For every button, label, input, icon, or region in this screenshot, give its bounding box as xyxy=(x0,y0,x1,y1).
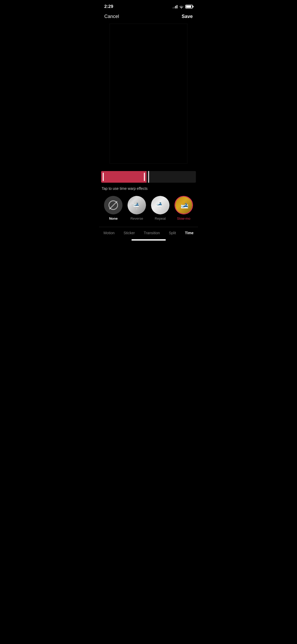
effects-row: None 🎿 Reverse 🎿 Repeat xyxy=(99,196,198,227)
effect-slowmo-thumb: 🎿 xyxy=(175,196,192,214)
tab-time[interactable]: Time xyxy=(183,230,196,236)
tab-split[interactable]: Split xyxy=(167,230,178,236)
effect-reverse-thumb: 🎿 xyxy=(128,196,146,214)
bottom-tabs: Motion Sticker Transition Split Time xyxy=(99,227,198,237)
timeline-clip-black xyxy=(147,171,196,183)
battery-icon xyxy=(185,5,193,8)
home-indicator xyxy=(99,237,198,242)
effect-none-circle xyxy=(104,196,122,214)
skier-icon-slowmo: 🎿 xyxy=(181,201,188,209)
timeline-playhead xyxy=(148,171,149,183)
effect-reverse[interactable]: 🎿 Reverse xyxy=(127,196,146,220)
effect-repeat-label: Repeat xyxy=(155,217,166,220)
cancel-button[interactable]: Cancel xyxy=(104,14,119,19)
save-button[interactable]: Save xyxy=(182,14,193,19)
effect-repeat-circle: 🎿 xyxy=(151,196,169,214)
effect-none-label: None xyxy=(109,217,118,220)
hint-text: Tap to use time warp effects xyxy=(99,183,198,196)
timeline-track[interactable] xyxy=(101,171,196,183)
timeline-container xyxy=(99,171,198,183)
skier-icon-repeat: 🎿 xyxy=(156,201,162,206)
status-icons xyxy=(173,5,193,8)
skier-icon-reverse: 🎿 xyxy=(133,201,139,207)
top-bar: Cancel Save xyxy=(99,12,198,24)
timeline-handle-left[interactable] xyxy=(103,173,104,181)
effect-slowmo-label: Slow-mo xyxy=(177,217,190,220)
effect-none[interactable]: None xyxy=(104,196,123,220)
video-preview xyxy=(110,24,187,164)
status-time: 2:29 xyxy=(104,4,113,9)
timeline-handle-right[interactable] xyxy=(144,173,145,181)
status-bar: 2:29 xyxy=(99,0,198,12)
timeline-clip-red[interactable] xyxy=(101,171,147,183)
effect-slowmo-circle: 🎿 xyxy=(175,196,193,214)
signal-icon xyxy=(173,5,177,8)
effect-repeat[interactable]: 🎿 Repeat xyxy=(151,196,170,220)
no-symbol-icon xyxy=(109,200,118,210)
wifi-icon xyxy=(179,5,184,8)
home-bar xyxy=(131,239,166,241)
tab-motion[interactable]: Motion xyxy=(101,230,117,236)
tab-transition[interactable]: Transition xyxy=(142,230,162,236)
tab-sticker[interactable]: Sticker xyxy=(121,230,137,236)
effect-reverse-label: Reverse xyxy=(130,217,143,220)
effect-repeat-thumb: 🎿 xyxy=(151,196,169,214)
effect-reverse-circle: 🎿 xyxy=(128,196,146,214)
effect-slowmo[interactable]: 🎿 Slow-mo xyxy=(174,196,193,220)
